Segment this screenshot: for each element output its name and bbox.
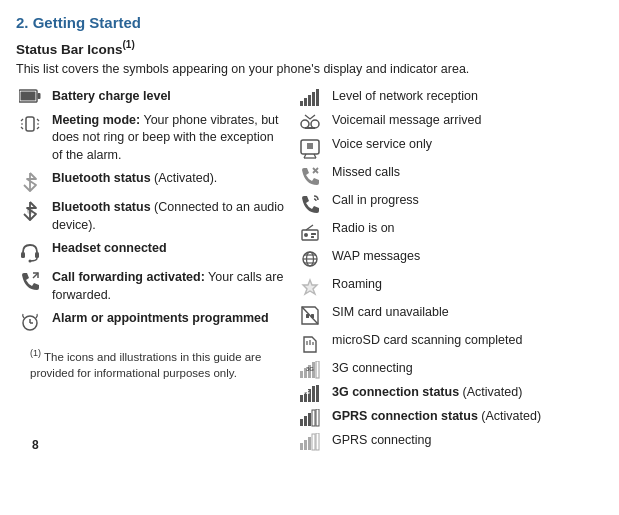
list-item: Radio is on [296,220,603,243]
list-item: Roaming [296,276,603,299]
svg-rect-3 [26,117,34,131]
svg-rect-59 [300,395,303,402]
svg-line-6 [21,127,23,129]
sim-unavail-label: SIM card unavailable [332,304,603,322]
svg-rect-14 [35,252,39,258]
svg-rect-2 [21,92,36,101]
svg-rect-40 [311,233,316,235]
list-item: Call in progress [296,192,603,215]
svg-text:G: G [300,413,304,419]
list-item: WAP messages [296,248,603,271]
svg-text:3G: 3G [306,366,314,372]
headset-icon [16,241,44,263]
svg-rect-69 [316,409,319,426]
svg-rect-13 [21,252,25,258]
gprs-status-icon: G [296,409,324,427]
voice-service-icon [296,137,324,159]
svg-rect-73 [308,437,311,450]
3g-connect-label: 3G connecting [332,360,603,378]
svg-rect-68 [312,410,315,426]
svg-rect-67 [308,413,311,426]
svg-rect-63 [316,385,319,402]
call-progress-label: Call in progress [332,192,603,210]
svg-rect-72 [304,440,307,450]
network-label: Level of network reception [332,88,603,106]
intro-text: This list covers the symbols appearing o… [16,61,603,79]
voice-service-label: Voice service only [332,136,603,154]
sim-unavail-icon [296,305,324,327]
bluetooth-active-label: Bluetooth status (Connected to an audio … [52,199,286,234]
list-item: Alarm or appointments programmed [16,310,286,333]
alarm-icon [16,311,44,333]
roaming-icon [296,277,324,299]
list-item: Battery charge level [16,88,286,106]
list-item: 3G 3G connection status (Activated) [296,384,603,403]
missed-calls-label: Missed calls [332,164,603,182]
list-item: Call forwarding activated: Your calls ar… [16,269,286,304]
svg-rect-62 [312,386,315,402]
radio-on-icon [296,221,324,243]
svg-rect-74 [312,434,315,450]
section-title: 2. Getting Started [16,14,603,31]
gprs-connect-label: GPRS connecting [332,432,603,450]
call-forward-icon [16,270,44,292]
voicemail-icon [296,113,324,131]
battery-icon [16,89,44,103]
list-item: Level of network reception [296,88,603,107]
voicemail-label: Voicemail message arrived [332,112,603,130]
alarm-label: Alarm or appointments programmed [52,310,286,328]
list-item: Meeting mode: Your phone vibrates, but d… [16,112,286,165]
list-item: microSD card scanning completed [296,332,603,355]
list-item: Voice service only [296,136,603,159]
list-item: 3G 3G connecting [296,360,603,379]
list-item: GPRS connecting [296,432,603,451]
svg-rect-71 [300,443,303,450]
svg-rect-41 [311,236,314,238]
svg-point-12 [27,208,33,214]
svg-line-49 [302,307,318,324]
svg-rect-57 [316,361,319,378]
list-item: Bluetooth status (Connected to an audio … [16,199,286,234]
svg-rect-65 [300,419,303,426]
missed-calls-icon [296,165,324,187]
network-icon [296,89,324,107]
svg-rect-1 [38,93,41,99]
vibrate-icon [16,113,44,135]
two-column-layout: Battery charge level Meeting mode: Your … [16,88,603,456]
left-column: Battery charge level Meeting mode: Your … [16,88,286,456]
svg-rect-53 [300,371,303,378]
3g-status-icon: 3G [296,385,324,403]
bluetooth-active-icon [16,200,44,222]
svg-rect-21 [304,98,307,106]
svg-point-15 [29,260,32,263]
list-item: Voicemail message arrived [296,112,603,131]
battery-label: Battery charge level [52,88,286,106]
meeting-mode-label: Meeting mode: Your phone vibrates, but d… [52,112,286,165]
call-forward-label: Call forwarding activated: Your calls ar… [52,269,286,304]
svg-line-38 [306,225,313,230]
svg-rect-66 [304,416,307,426]
svg-line-4 [21,119,23,121]
list-item: Missed calls [296,164,603,187]
svg-point-26 [311,120,319,128]
microsd-icon [296,333,324,355]
svg-line-9 [37,127,39,129]
roaming-label: Roaming [332,276,603,294]
svg-point-39 [304,233,308,237]
svg-rect-24 [316,89,319,106]
list-item: Bluetooth status (Activated). [16,170,286,193]
headset-label: Headset connected [52,240,286,258]
wap-label: WAP messages [332,248,603,266]
svg-rect-22 [308,95,311,106]
gprs-connect-icon [296,433,324,451]
footnote: (1) The icons and illustrations in this … [16,347,286,381]
radio-on-label: Radio is on [332,220,603,238]
bluetooth-inactive-label: Bluetooth status (Activated). [52,170,286,188]
gprs-status-label: GPRS connection status (Activated) [332,408,603,426]
list-item: G GPRS connection status (Activated) [296,408,603,427]
right-column: Level of network reception Voicemail mes… [296,88,603,456]
microsd-label: microSD card scanning completed [332,332,603,350]
3g-status-label: 3G connection status (Activated) [332,384,603,402]
3g-connect-icon: 3G [296,361,324,379]
page-number: 8 [32,438,39,452]
